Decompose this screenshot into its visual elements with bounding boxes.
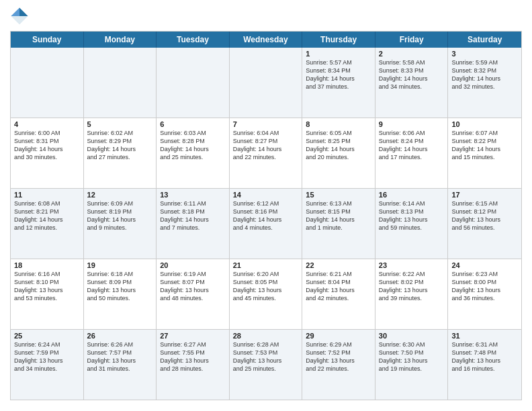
weekday-header-saturday: Saturday [448, 32, 521, 48]
cal-cell: 9Sunrise: 6:06 AM Sunset: 8:24 PM Daylig… [375, 118, 449, 188]
day-number: 21 [233, 261, 299, 269]
cal-cell: 12Sunrise: 6:09 AM Sunset: 8:19 PM Dayli… [84, 189, 157, 259]
cal-cell: 13Sunrise: 6:11 AM Sunset: 8:18 PM Dayli… [157, 189, 230, 259]
cal-cell: 1Sunrise: 5:57 AM Sunset: 8:34 PM Daylig… [302, 48, 375, 118]
cal-cell: 11Sunrise: 6:08 AM Sunset: 8:21 PM Dayli… [11, 189, 84, 259]
cell-info: Sunrise: 6:15 AM Sunset: 8:12 PM Dayligh… [451, 199, 518, 232]
day-number: 27 [160, 332, 226, 340]
cal-cell: 22Sunrise: 6:21 AM Sunset: 8:04 PM Dayli… [302, 259, 375, 329]
page: SundayMondayTuesdayWednesdayThursdayFrid… [0, 0, 532, 411]
day-number: 1 [306, 50, 371, 58]
day-number: 17 [451, 191, 518, 199]
cell-info: Sunrise: 6:03 AM Sunset: 8:28 PM Dayligh… [160, 129, 226, 162]
cal-cell: 26Sunrise: 6:26 AM Sunset: 7:57 PM Dayli… [84, 330, 157, 400]
cal-cell: 2Sunrise: 5:58 AM Sunset: 8:33 PM Daylig… [375, 48, 449, 118]
cal-cell: 15Sunrise: 6:13 AM Sunset: 8:15 PM Dayli… [302, 189, 375, 259]
cell-info: Sunrise: 6:05 AM Sunset: 8:25 PM Dayligh… [306, 129, 371, 162]
calendar-row-3: 18Sunrise: 6:16 AM Sunset: 8:10 PM Dayli… [11, 259, 521, 330]
day-number: 6 [160, 120, 226, 128]
day-number: 23 [379, 261, 445, 269]
cell-info: Sunrise: 6:12 AM Sunset: 8:16 PM Dayligh… [233, 199, 299, 232]
day-number: 31 [451, 332, 518, 340]
cell-info: Sunrise: 6:02 AM Sunset: 8:29 PM Dayligh… [87, 129, 153, 162]
cell-info: Sunrise: 5:58 AM Sunset: 8:33 PM Dayligh… [379, 58, 445, 91]
day-number: 28 [233, 332, 299, 340]
cal-cell [157, 48, 230, 118]
cell-info: Sunrise: 6:04 AM Sunset: 8:27 PM Dayligh… [233, 129, 299, 162]
cell-info: Sunrise: 6:11 AM Sunset: 8:18 PM Dayligh… [160, 199, 226, 232]
weekday-header-friday: Friday [375, 32, 449, 48]
cal-cell: 5Sunrise: 6:02 AM Sunset: 8:29 PM Daylig… [84, 118, 157, 188]
weekday-header-sunday: Sunday [11, 32, 84, 48]
weekday-header-thursday: Thursday [302, 32, 375, 48]
cal-cell: 3Sunrise: 5:59 AM Sunset: 8:32 PM Daylig… [448, 48, 521, 118]
calendar: SundayMondayTuesdayWednesdayThursdayFrid… [10, 31, 522, 400]
cell-info: Sunrise: 6:28 AM Sunset: 7:53 PM Dayligh… [233, 340, 299, 373]
weekday-header-wednesday: Wednesday [230, 32, 303, 48]
day-number: 8 [306, 120, 371, 128]
cell-info: Sunrise: 6:13 AM Sunset: 8:15 PM Dayligh… [306, 199, 371, 232]
cal-cell: 28Sunrise: 6:28 AM Sunset: 7:53 PM Dayli… [230, 330, 303, 400]
cal-cell: 24Sunrise: 6:23 AM Sunset: 8:00 PM Dayli… [448, 259, 521, 329]
day-number: 10 [451, 120, 518, 128]
svg-marker-2 [11, 7, 19, 16]
cal-cell: 6Sunrise: 6:03 AM Sunset: 8:28 PM Daylig… [157, 118, 230, 188]
calendar-row-4: 25Sunrise: 6:24 AM Sunset: 7:59 PM Dayli… [11, 330, 521, 400]
cal-cell [230, 48, 303, 118]
cal-cell [11, 48, 84, 118]
day-number: 11 [14, 191, 80, 199]
cal-cell: 16Sunrise: 6:14 AM Sunset: 8:13 PM Dayli… [375, 189, 449, 259]
cell-info: Sunrise: 6:14 AM Sunset: 8:13 PM Dayligh… [379, 199, 445, 232]
day-number: 26 [87, 332, 153, 340]
day-number: 12 [87, 191, 153, 199]
cal-cell: 8Sunrise: 6:05 AM Sunset: 8:25 PM Daylig… [302, 118, 375, 188]
cell-info: Sunrise: 6:08 AM Sunset: 8:21 PM Dayligh… [14, 199, 80, 232]
cell-info: Sunrise: 6:23 AM Sunset: 8:00 PM Dayligh… [451, 270, 518, 303]
cell-info: Sunrise: 6:30 AM Sunset: 7:50 PM Dayligh… [379, 340, 445, 373]
cell-info: Sunrise: 6:16 AM Sunset: 8:10 PM Dayligh… [14, 270, 80, 303]
cal-cell: 10Sunrise: 6:07 AM Sunset: 8:22 PM Dayli… [448, 118, 521, 188]
calendar-row-1: 4Sunrise: 6:00 AM Sunset: 8:31 PM Daylig… [11, 118, 521, 189]
day-number: 16 [379, 191, 445, 199]
cell-info: Sunrise: 6:00 AM Sunset: 8:31 PM Dayligh… [14, 129, 80, 162]
cal-cell: 30Sunrise: 6:30 AM Sunset: 7:50 PM Dayli… [375, 330, 449, 400]
cal-cell: 17Sunrise: 6:15 AM Sunset: 8:12 PM Dayli… [448, 189, 521, 259]
day-number: 14 [233, 191, 299, 199]
cal-cell: 31Sunrise: 6:31 AM Sunset: 7:48 PM Dayli… [448, 330, 521, 400]
cell-info: Sunrise: 6:07 AM Sunset: 8:22 PM Dayligh… [451, 129, 518, 162]
cell-info: Sunrise: 6:29 AM Sunset: 7:52 PM Dayligh… [306, 340, 371, 373]
cal-cell: 14Sunrise: 6:12 AM Sunset: 8:16 PM Dayli… [230, 189, 303, 259]
cal-cell: 19Sunrise: 6:18 AM Sunset: 8:09 PM Dayli… [84, 259, 157, 329]
cell-info: Sunrise: 6:09 AM Sunset: 8:19 PM Dayligh… [87, 199, 153, 232]
svg-marker-1 [19, 7, 28, 16]
cal-cell [84, 48, 157, 118]
weekday-header-monday: Monday [84, 32, 157, 48]
day-number: 24 [451, 261, 518, 269]
cal-cell: 27Sunrise: 6:27 AM Sunset: 7:55 PM Dayli… [157, 330, 230, 400]
cal-cell: 18Sunrise: 6:16 AM Sunset: 8:10 PM Dayli… [11, 259, 84, 329]
cell-info: Sunrise: 6:20 AM Sunset: 8:05 PM Dayligh… [233, 270, 299, 303]
cal-cell: 23Sunrise: 6:22 AM Sunset: 8:02 PM Dayli… [375, 259, 449, 329]
cal-cell: 21Sunrise: 6:20 AM Sunset: 8:05 PM Dayli… [230, 259, 303, 329]
cell-info: Sunrise: 5:59 AM Sunset: 8:32 PM Dayligh… [451, 58, 518, 91]
header [10, 7, 522, 26]
calendar-row-0: 1Sunrise: 5:57 AM Sunset: 8:34 PM Daylig… [11, 48, 521, 118]
cal-cell: 4Sunrise: 6:00 AM Sunset: 8:31 PM Daylig… [11, 118, 84, 188]
cell-info: Sunrise: 6:24 AM Sunset: 7:59 PM Dayligh… [14, 340, 80, 373]
day-number: 30 [379, 332, 445, 340]
logo [10, 7, 32, 26]
logo-icon [10, 7, 29, 26]
day-number: 15 [306, 191, 371, 199]
day-number: 2 [379, 50, 445, 58]
day-number: 13 [160, 191, 226, 199]
day-number: 18 [14, 261, 80, 269]
cell-info: Sunrise: 6:27 AM Sunset: 7:55 PM Dayligh… [160, 340, 226, 373]
calendar-header: SundayMondayTuesdayWednesdayThursdayFrid… [11, 32, 521, 48]
calendar-body: 1Sunrise: 5:57 AM Sunset: 8:34 PM Daylig… [11, 48, 521, 400]
day-number: 9 [379, 120, 445, 128]
cal-cell: 20Sunrise: 6:19 AM Sunset: 8:07 PM Dayli… [157, 259, 230, 329]
cal-cell: 7Sunrise: 6:04 AM Sunset: 8:27 PM Daylig… [230, 118, 303, 188]
cell-info: Sunrise: 6:26 AM Sunset: 7:57 PM Dayligh… [87, 340, 153, 373]
cal-cell: 29Sunrise: 6:29 AM Sunset: 7:52 PM Dayli… [302, 330, 375, 400]
cell-info: Sunrise: 5:57 AM Sunset: 8:34 PM Dayligh… [306, 58, 371, 91]
